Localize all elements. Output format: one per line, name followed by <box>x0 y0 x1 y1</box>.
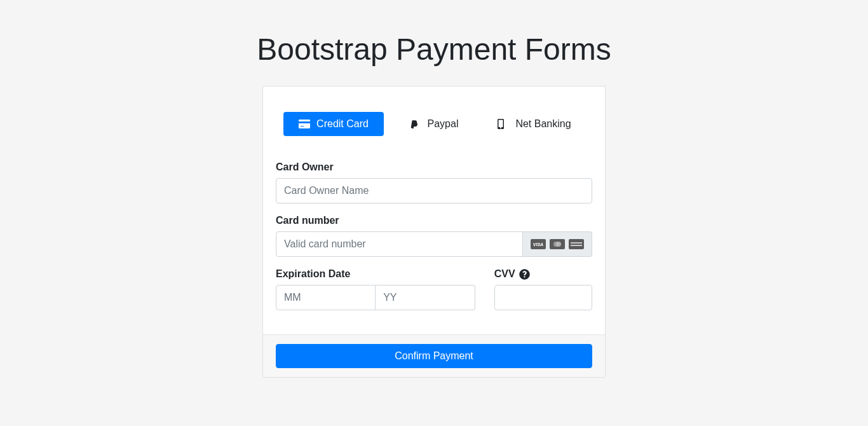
card-number-input-group: VISA <box>276 231 592 257</box>
mastercard-icon <box>550 239 565 249</box>
cvv-label: CVV <box>494 268 515 279</box>
tab-label: Net Banking <box>515 118 571 130</box>
svg-rect-5 <box>569 239 584 249</box>
exp-month-input[interactable] <box>276 285 376 310</box>
visa-icon: VISA <box>531 239 546 249</box>
confirm-payment-button[interactable]: Confirm Payment <box>276 344 592 368</box>
cvv-group: CVV <box>494 268 592 310</box>
expiry-inputs <box>276 285 475 310</box>
credit-card-icon <box>299 119 310 129</box>
card-owner-input[interactable] <box>276 178 592 203</box>
tab-net-banking[interactable]: Net Banking <box>484 112 585 136</box>
expiration-label: Expiration Date <box>276 268 475 280</box>
card-brands: VISA <box>523 231 592 257</box>
card-footer: Confirm Payment <box>263 334 605 377</box>
card-number-group: Card number VISA <box>276 215 592 257</box>
question-circle-icon[interactable] <box>519 269 530 280</box>
amex-icon <box>569 239 584 249</box>
card-owner-group: Card Owner <box>276 161 592 203</box>
card-number-input[interactable] <box>276 231 523 257</box>
cvv-input[interactable] <box>494 285 592 310</box>
mobile-icon <box>498 119 509 129</box>
expiration-group: Expiration Date <box>276 268 475 310</box>
page-title: Bootstrap Payment Forms <box>0 0 868 86</box>
paypal-icon <box>410 119 421 129</box>
card-number-label: Card number <box>276 215 592 226</box>
payment-card: Credit Card Paypal Net Banking Card Owne… <box>262 86 606 378</box>
tab-header: Credit Card Paypal Net Banking <box>276 99 592 149</box>
svg-rect-6 <box>571 242 582 244</box>
tab-credit-card[interactable]: Credit Card <box>283 112 384 136</box>
expiry-cvv-row: Expiration Date CVV <box>276 268 592 322</box>
cvv-label-wrapper: CVV <box>494 268 592 280</box>
tab-paypal[interactable]: Paypal <box>384 112 484 136</box>
svg-point-4 <box>556 242 561 247</box>
exp-year-input[interactable] <box>376 285 475 310</box>
svg-rect-7 <box>571 245 582 246</box>
svg-text:VISA: VISA <box>533 242 543 247</box>
card-owner-label: Card Owner <box>276 161 592 173</box>
tab-label: Paypal <box>428 118 459 130</box>
tab-label: Credit Card <box>316 118 369 130</box>
